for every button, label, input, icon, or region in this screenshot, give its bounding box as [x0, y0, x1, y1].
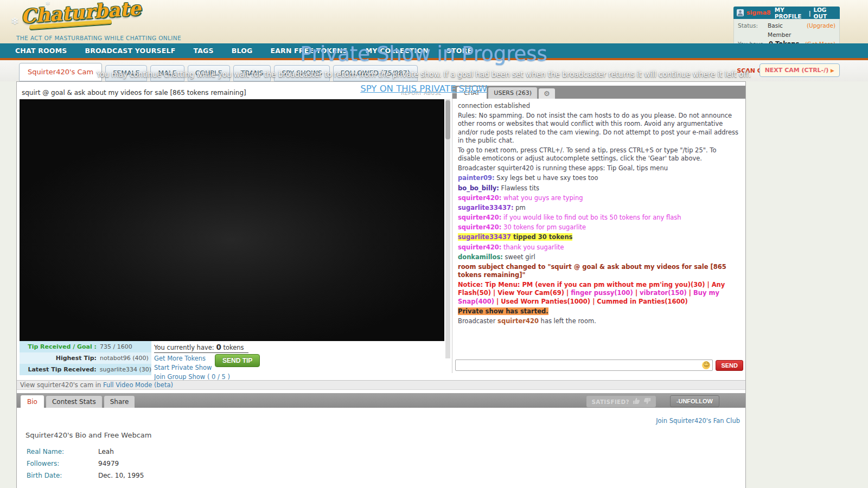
chat-text: thank you sugarlite: [501, 243, 564, 251]
my-profile-link[interactable]: MY PROFILE: [775, 7, 806, 20]
satisfied-rating: SATISFIED?: [586, 396, 656, 407]
chaturbate-logo[interactable]: ❄ ❄ ❄ Chaturbate: [13, 1, 127, 35]
unfollow-button[interactable]: -UNFOLLOW: [670, 395, 719, 407]
token-balance: You currently have: 0 tokens: [154, 343, 248, 353]
chat-scrollbar[interactable]: [445, 99, 450, 358]
main-nav: CHAT ROOMS BROADCAST YOURSELF TAGS BLOG …: [0, 43, 868, 58]
snowflake-icon: ❄: [11, 15, 19, 27]
nav-blog[interactable]: BLOG: [232, 47, 253, 55]
send-tip-button[interactable]: SEND TIP: [215, 354, 260, 367]
chat-message: squirter420: what you guys are typing: [458, 194, 741, 202]
chat-text: sweet girl: [503, 253, 535, 261]
chat-username[interactable]: bo_bo_billy:: [458, 184, 499, 192]
tab-spy-shows[interactable]: SPY SHOWS: [274, 65, 329, 81]
chat-username[interactable]: sugarlite33437:: [458, 204, 513, 211]
user-box-header: sigma8 MY PROFILE | LOG OUT: [733, 7, 840, 19]
chat-message: To go to next room, press CTRL+/. To sen…: [458, 146, 741, 163]
chat-username[interactable]: squirter420:: [458, 243, 501, 251]
chat-text: finger pussy(100): [571, 289, 633, 297]
bio-field-birth-date: Birth Date: Dec. 10, 1995: [27, 471, 144, 480]
cam-tabs: Squirter420's Cam FEMALE MALE COUPLE TRA…: [19, 63, 418, 81]
chat-username[interactable]: squirter420:: [458, 223, 501, 231]
play-arrow-icon: ▶: [831, 68, 834, 73]
token-amount: 0: [216, 343, 221, 351]
chat-message: sugarlite33437: pm: [458, 204, 741, 212]
tab-male[interactable]: MALE: [150, 65, 184, 81]
tip-goal-label: Tip Received / Goal :: [20, 341, 100, 352]
tab-female[interactable]: FEMALE: [105, 65, 147, 81]
thumbs-up-icon[interactable]: [633, 397, 640, 406]
tab-contest-stats[interactable]: Contest Stats: [46, 396, 102, 408]
bio-field-followers: Followers: 94979: [27, 459, 119, 468]
tab-trans[interactable]: TRANS: [233, 65, 271, 81]
tab-share[interactable]: Share: [104, 396, 135, 408]
smiley-icon[interactable]: ☺: [702, 361, 710, 369]
tab-followed[interactable]: FOLLOWED (75/987): [333, 65, 418, 81]
thumbs-down-icon[interactable]: [643, 397, 651, 406]
chat-scrollbar-thumb[interactable]: [445, 100, 450, 139]
chat-username[interactable]: donkamillos:: [458, 253, 503, 261]
tab-couple[interactable]: COUPLE: [188, 65, 230, 81]
upgrade-link[interactable]: (Upgrade): [807, 21, 835, 40]
chat-messages: connection establishedRules: No spamming…: [453, 99, 745, 357]
tip-stat-row: Highest Tip: notabot96 (400): [20, 352, 151, 364]
chat-text: connection established: [458, 102, 530, 110]
bio-field-real-name: Real Name: Leah: [27, 447, 114, 456]
chat-message: Private show has started.: [458, 307, 741, 316]
chat-text: 30 tokens for pm sugarlite: [501, 223, 586, 231]
chat-message: Rules: No spamming. Do not insist the ca…: [458, 112, 741, 145]
video-player[interactable]: [20, 99, 444, 341]
username[interactable]: sigma8: [746, 9, 771, 16]
chat-input[interactable]: [456, 361, 702, 370]
latest-tip-label: Latest Tip Received:: [20, 364, 100, 375]
chat-text: what you guys are typing: [501, 194, 583, 202]
nav-chat-rooms[interactable]: CHAT ROOMS: [15, 47, 67, 55]
full-video-mode-link[interactable]: Full Video Mode (beta): [103, 381, 173, 389]
chat-username[interactable]: squirter420: [497, 317, 539, 325]
chat-text: Sxy legs bet u have sxy toes too: [495, 174, 598, 182]
tab-bio[interactable]: Bio: [21, 395, 44, 408]
tip-stats-table: Tip Received / Goal : 735 / 1600 Highest…: [20, 341, 151, 375]
nav-earn-free-tokens[interactable]: EARN FREE TOKENS: [270, 47, 347, 55]
chat-text: Private show has started.: [458, 307, 548, 315]
latest-tip-value: sugarlite334 (30): [100, 364, 151, 375]
chat-text: Used Worn Panties(1000): [501, 298, 590, 305]
status-label: Status:: [738, 21, 768, 40]
chat-message: squirter420: 30 tokens for pm sugarlite: [458, 223, 741, 232]
user-avatar-icon: [737, 9, 744, 16]
highest-tip-label: Highest Tip:: [20, 352, 100, 364]
next-cam-button[interactable]: NEXT CAM (CTRL-/) ▶: [760, 63, 840, 77]
highest-tip-value: notabot96 (400): [100, 352, 149, 364]
tab-current-cam[interactable]: Squirter420's Cam: [19, 63, 102, 81]
tip-goal-value: 735 / 1600: [100, 341, 132, 352]
tip-stat-row: Latest Tip Received: sugarlite334 (30): [20, 364, 151, 375]
main-panel: squirt @ goal & ask about my videos for …: [16, 81, 746, 488]
chat-message: squirter420: thank you sugarlite: [458, 243, 741, 252]
page: ❄ ❄ ❄ Chaturbate THE ACT OF MASTURBATING…: [0, 0, 868, 488]
status-value: Basic Member: [768, 21, 807, 40]
log-out-link[interactable]: LOG OUT: [814, 7, 837, 20]
chat-message: donkamillos: sweet girl: [458, 253, 741, 261]
chat-text: pm: [513, 204, 525, 211]
nav-broadcast-yourself[interactable]: BROADCAST YOURSELF: [85, 47, 176, 55]
chat-send-button[interactable]: SEND: [716, 360, 743, 371]
satisfied-label: SATISFIED?: [591, 399, 629, 405]
spy-on-private-show-link[interactable]: SPY ON THIS PRIVATE SHOW: [0, 84, 847, 94]
nav-tags[interactable]: TAGS: [193, 47, 213, 55]
chat-text: |: [590, 298, 597, 305]
chat-username[interactable]: painter09:: [458, 174, 495, 182]
chat-text: Broadcaster: [458, 317, 497, 325]
chat-message: connection established: [458, 102, 741, 110]
site-tagline: THE ACT OF MASTURBATING WHILE CHATTING O…: [16, 35, 181, 41]
chat-text: |: [633, 289, 640, 297]
header-divider: |: [809, 10, 811, 16]
nav-store[interactable]: STORE: [446, 47, 472, 55]
chat-text: room subject changed to "squirt @ goal &…: [458, 263, 726, 279]
chat-username[interactable]: sugarlite33437: [458, 233, 511, 241]
bio-section: Join Squirter420's Fan Club Squirter420'…: [17, 408, 745, 488]
chat-username[interactable]: squirter420:: [458, 194, 501, 202]
nav-my-collection[interactable]: MY COLLECTION: [366, 47, 429, 55]
join-fan-club-link[interactable]: Join Squirter420's Fan Club: [656, 417, 740, 425]
join-group-show-link[interactable]: Join Group Show ( 0 / 5 ): [154, 373, 263, 381]
chat-username[interactable]: squirter420:: [458, 214, 501, 221]
